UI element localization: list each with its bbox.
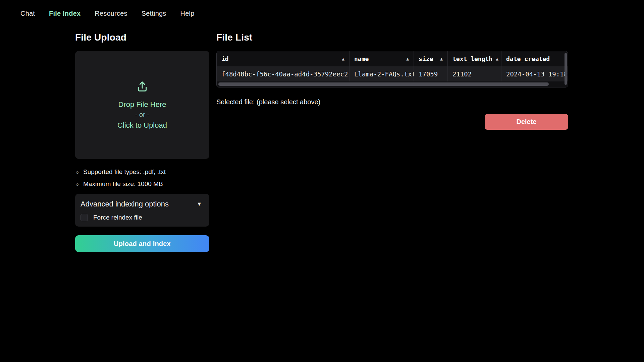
note-text: Supported file types: .pdf, .txt — [83, 168, 166, 176]
file-upload-panel: File Upload Drop File Here - or - Click … — [75, 32, 209, 252]
or-text: - or - — [135, 110, 149, 120]
delete-button[interactable]: Delete — [485, 114, 568, 130]
sort-asc-icon[interactable]: ▲ — [406, 56, 409, 61]
cell-size[interactable]: 17059 — [414, 66, 448, 81]
force-reindex-label: Force reindex file — [93, 214, 142, 221]
tab-settings[interactable]: Settings — [142, 8, 166, 19]
column-header-id[interactable]: id ▲ — [217, 51, 350, 66]
column-header-name[interactable]: name ▲ — [350, 51, 414, 66]
bullet-icon: ○ — [75, 181, 83, 187]
tab-resources[interactable]: Resources — [95, 8, 127, 19]
advanced-options-header[interactable]: Advanced indexing options ▼ — [80, 200, 204, 208]
column-header-date-created[interactable]: date_created — [501, 51, 568, 66]
file-dropzone[interactable]: Drop File Here - or - Click to Upload — [75, 51, 209, 159]
horizontal-scrollbar-track[interactable] — [217, 81, 568, 87]
column-label: name — [354, 55, 369, 62]
table-row[interactable]: f48d48bc-f56c-40aa-ad4d-35792eec2f5b Lla… — [217, 66, 568, 81]
sort-asc-icon[interactable]: ▲ — [342, 56, 344, 61]
chevron-down-icon: ▼ — [197, 201, 204, 207]
click-to-upload-link[interactable]: Click to Upload — [117, 120, 167, 130]
cell-id[interactable]: f48d48bc-f56c-40aa-ad4d-35792eec2f5b — [217, 66, 350, 81]
drop-file-here-text: Drop File Here — [118, 99, 166, 110]
column-label: text_length — [452, 55, 492, 62]
column-label: size — [419, 55, 433, 62]
note-max-size: ○ Maximum file size: 1000 MB — [75, 180, 209, 188]
note-supported-types: ○ Supported file types: .pdf, .txt — [75, 168, 209, 176]
file-table: id ▲ name ▲ size ▲ text_length ▲ date_cr… — [216, 51, 568, 87]
upload-notes: ○ Supported file types: .pdf, .txt ○ Max… — [75, 168, 209, 188]
force-reindex-row[interactable]: Force reindex file — [80, 214, 204, 221]
column-header-text-length[interactable]: text_length ▲ — [448, 51, 501, 66]
advanced-options-accordion: Advanced indexing options ▼ Force reinde… — [75, 194, 209, 227]
tab-file-index[interactable]: File Index — [49, 8, 80, 19]
delete-button-row: Delete — [216, 114, 568, 130]
column-label: id — [221, 55, 229, 62]
cell-date-created[interactable]: 2024-04-13 19:18: — [501, 66, 568, 81]
column-header-size[interactable]: size ▲ — [414, 51, 448, 66]
cell-name[interactable]: Llama-2-FAQs.txt — [350, 66, 414, 81]
tab-chat[interactable]: Chat — [20, 8, 35, 19]
file-list-title: File List — [216, 32, 568, 43]
note-text: Maximum file size: 1000 MB — [83, 180, 163, 188]
column-label: date_created — [506, 55, 550, 62]
sort-asc-icon[interactable]: ▲ — [496, 56, 498, 61]
bullet-icon: ○ — [75, 169, 83, 175]
selected-file-status: Selected file: (please select above) — [216, 98, 568, 106]
table-header-row: id ▲ name ▲ size ▲ text_length ▲ date_cr… — [217, 51, 568, 66]
vertical-scrollbar-thumb[interactable] — [565, 53, 567, 85]
upload-and-index-button[interactable]: Upload and Index — [75, 235, 209, 252]
horizontal-scrollbar-thumb[interactable] — [218, 82, 549, 86]
sort-asc-icon[interactable]: ▲ — [440, 56, 443, 61]
file-upload-title: File Upload — [75, 32, 209, 43]
advanced-options-title: Advanced indexing options — [80, 200, 169, 208]
force-reindex-checkbox[interactable] — [80, 214, 88, 221]
top-nav: Chat File Index Resources Settings Help — [20, 8, 195, 19]
file-list-panel: File List id ▲ name ▲ size ▲ text_length — [216, 32, 568, 130]
upload-icon — [136, 80, 149, 95]
tab-help[interactable]: Help — [180, 8, 195, 19]
cell-text-length[interactable]: 21102 — [448, 66, 501, 81]
